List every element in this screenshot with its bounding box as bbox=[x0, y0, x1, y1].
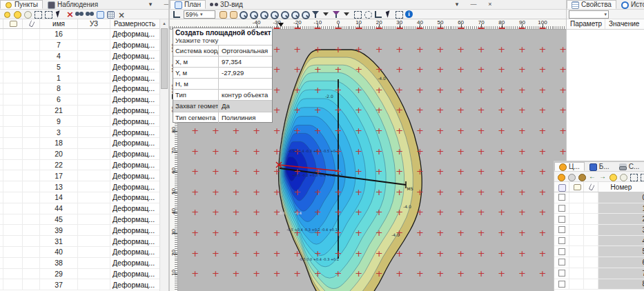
dialog-field-value[interactable]: Ортогональная bbox=[219, 46, 272, 56]
cycles-clock-orange-icon[interactable] bbox=[556, 172, 566, 181]
cycle-row[interactable]: 3 bbox=[554, 225, 644, 236]
dialog-field-value[interactable]: контур объекта bbox=[219, 90, 272, 100]
table-row[interactable]: 13Деформац... bbox=[0, 181, 159, 192]
comment-column-header[interactable] bbox=[3, 19, 23, 28]
table-row[interactable]: 1Деформац... bbox=[0, 72, 159, 83]
cycles-swap-left-icon[interactable] bbox=[587, 172, 597, 181]
plan-zoom-user-2-icon[interactable] bbox=[290, 10, 300, 19]
plan-pan-hand-icon[interactable] bbox=[217, 10, 228, 19]
zoom-level-combo[interactable]: 59% ▾ bbox=[184, 10, 215, 19]
left-dock-panel-icon[interactable] bbox=[95, 10, 105, 19]
uz-column-header[interactable]: УЗ bbox=[78, 19, 110, 28]
left-find-view-icon[interactable] bbox=[84, 10, 95, 19]
dimension-column-header[interactable]: Размерность bbox=[110, 19, 159, 28]
tab-б-[interactable]: Б... bbox=[585, 162, 614, 171]
table-row[interactable]: 16Деформац... bbox=[0, 29, 159, 40]
cycles-bulb-off-icon[interactable] bbox=[618, 172, 628, 181]
dialog-field-value[interactable]: 97,354 bbox=[219, 57, 272, 67]
plan-info-icon[interactable] bbox=[404, 10, 414, 19]
left-bulb-off-icon[interactable] bbox=[22, 10, 32, 19]
tab-пункты[interactable]: Пункты bbox=[0, 0, 43, 9]
plan-select-lasso-icon[interactable] bbox=[362, 10, 373, 19]
tab-с-[interactable]: С... bbox=[614, 162, 644, 171]
row-checkbox[interactable] bbox=[558, 226, 565, 233]
dialog-field-row[interactable]: Y, м-27,929 bbox=[173, 67, 272, 78]
cycle-row[interactable]: 0 bbox=[554, 192, 644, 203]
row-checkbox[interactable] bbox=[558, 216, 565, 223]
tab-ц-[interactable]: Ц... bbox=[554, 162, 585, 171]
cycle-row[interactable]: 2 bbox=[554, 214, 644, 225]
cycle-row[interactable]: 1 bbox=[554, 203, 644, 214]
dialog-field-value[interactable] bbox=[219, 79, 272, 89]
plan-select-rect-icon[interactable] bbox=[352, 10, 362, 19]
row-checkbox[interactable] bbox=[558, 259, 565, 265]
table-row[interactable]: 8Деформац... bbox=[0, 83, 159, 94]
table-row[interactable]: 3Деформац... bbox=[0, 127, 159, 138]
tab-история[interactable]: История bbox=[616, 0, 644, 9]
table-row[interactable]: 4Деформац... bbox=[0, 51, 159, 62]
row-checkbox[interactable] bbox=[558, 205, 565, 212]
name-column-header[interactable]: имя bbox=[40, 19, 78, 28]
left-bulb-on-icon[interactable] bbox=[12, 10, 22, 19]
window-menu-icon[interactable]: ▾ bbox=[146, 1, 155, 8]
left-select-rect-icon[interactable] bbox=[32, 10, 43, 19]
left-pointer-select-icon[interactable] bbox=[53, 10, 64, 19]
table-row[interactable]: 45Деформац... bbox=[0, 214, 159, 225]
dock-corner-icon[interactable] bbox=[171, 10, 182, 19]
table-row[interactable]: 17Деформац... bbox=[0, 170, 159, 181]
row-checkbox[interactable] bbox=[558, 248, 565, 255]
minimize-icon[interactable]: — bbox=[469, 1, 478, 8]
cycles-swap-right-icon[interactable] bbox=[597, 172, 607, 181]
tab-наблюдения[interactable]: Наблюдения bbox=[43, 0, 103, 9]
table-row[interactable]: 6Деформац... bbox=[0, 94, 159, 106]
cycles-bulb-on-icon[interactable] bbox=[607, 172, 618, 181]
table-row[interactable]: 31Деформац... bbox=[0, 236, 159, 247]
cycle-row[interactable]: 7 bbox=[554, 268, 644, 279]
table-row[interactable]: 37Деформац... bbox=[0, 279, 159, 290]
comment-column-header[interactable] bbox=[569, 182, 584, 192]
left-find-binoculars-icon[interactable] bbox=[74, 10, 84, 19]
plan-pan-hand-alt-icon[interactable] bbox=[228, 10, 238, 19]
dialog-field-value[interactable]: Полилиния bbox=[219, 112, 272, 123]
table-row[interactable]: 39Деформац... bbox=[0, 225, 159, 236]
table-row[interactable]: 40Деформац... bbox=[0, 247, 159, 258]
plan-filter-alt-drop-icon[interactable] bbox=[342, 10, 352, 19]
plan-filter-alt-icon[interactable] bbox=[331, 10, 342, 19]
plan-filter-icon[interactable] bbox=[311, 10, 321, 19]
table-row[interactable]: 44Деформац... bbox=[0, 203, 159, 214]
dialog-field-value[interactable]: Да bbox=[219, 101, 272, 111]
dialog-field-row[interactable]: Типконтур объекта bbox=[173, 89, 272, 100]
plan-zoom-build-icon[interactable] bbox=[259, 10, 269, 19]
table-row[interactable]: 22Деформац... bbox=[0, 160, 159, 171]
plan-corner-tool-icon[interactable] bbox=[373, 10, 383, 19]
cycles-clock-gray-icon[interactable] bbox=[566, 172, 576, 181]
plan-zoom-hand-icon[interactable] bbox=[269, 10, 280, 19]
cycles-select-rect-icon[interactable] bbox=[628, 172, 638, 181]
table-row[interactable]: 38Деформац... bbox=[0, 258, 159, 269]
properties-filter-combo[interactable]: ▾ bbox=[569, 10, 609, 19]
table-row[interactable]: 14Деформац... bbox=[0, 192, 159, 203]
cycles-clock-dark-icon[interactable] bbox=[576, 172, 587, 181]
cycle-row[interactable]: 6 bbox=[554, 257, 644, 268]
select-column-header[interactable] bbox=[554, 182, 569, 192]
dialog-field-row[interactable]: Тип сегментаПолилиния bbox=[173, 112, 272, 123]
row-checkbox[interactable] bbox=[558, 237, 565, 244]
left-table-scrollbar[interactable]: ▲ bbox=[159, 19, 168, 291]
plan-zoom-user-3-icon[interactable] bbox=[300, 10, 311, 19]
table-row[interactable]: 5Деформац... bbox=[0, 61, 159, 72]
cycle-row[interactable]: 8 bbox=[554, 279, 644, 290]
number-column-header[interactable]: Номер bbox=[598, 182, 644, 192]
row-checkbox[interactable] bbox=[558, 270, 565, 277]
table-row[interactable]: 21Деформац... bbox=[0, 106, 159, 117]
close-icon[interactable]: × bbox=[486, 1, 494, 8]
plan-zoom-in-icon[interactable] bbox=[248, 10, 259, 19]
attachment-column-header[interactable] bbox=[584, 182, 598, 192]
plan-pointer-icon[interactable] bbox=[383, 10, 393, 19]
table-row[interactable]: 20Деформац... bbox=[0, 149, 159, 160]
plan-filter-drop-icon[interactable] bbox=[321, 10, 331, 19]
scrollbar-thumb[interactable] bbox=[161, 28, 168, 89]
parameter-column-header[interactable]: Параметр bbox=[567, 19, 605, 29]
dialog-field-value[interactable]: -27,929 bbox=[219, 68, 272, 78]
cycle-row[interactable]: 4 bbox=[554, 236, 644, 247]
attachment-column-header[interactable] bbox=[23, 19, 40, 28]
